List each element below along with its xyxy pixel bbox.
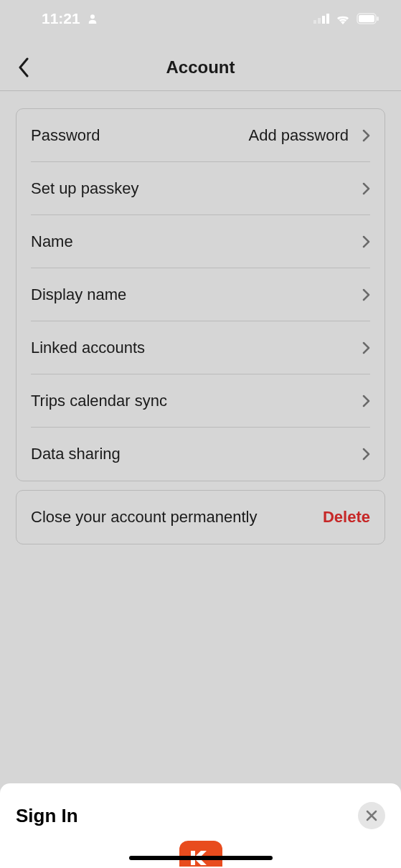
settings-row-name[interactable]: Name [16,215,385,268]
status-left: 11:21 [42,10,99,27]
sheet-header: Sign In [16,802,385,829]
row-label: Set up passkey [31,179,362,198]
svg-rect-6 [359,15,374,22]
row-label: Name [31,232,362,251]
row-label: Password [31,126,249,145]
settings-row-linked-accounts[interactable]: Linked accounts [16,321,385,374]
row-label: Display name [31,286,362,304]
svg-rect-7 [377,16,379,21]
svg-rect-2 [318,18,321,24]
delete-account-row[interactable]: Close your account permanently Delete [16,491,385,544]
chevron-right-icon [362,235,370,249]
settings-row-password[interactable]: Password Add password [16,109,385,162]
sheet-title: Sign In [16,805,78,827]
chevron-right-icon [362,341,370,355]
delete-action[interactable]: Delete [323,508,370,527]
row-label: Linked accounts [31,339,362,357]
chevron-right-icon [362,128,370,143]
svg-rect-3 [322,16,325,24]
delete-label: Close your account permanently [31,508,323,527]
signal-icon [313,14,329,24]
row-label: Data sharing [31,445,362,463]
chevron-left-icon [18,57,29,77]
close-button[interactable] [358,802,385,829]
settings-row-data-sharing[interactable]: Data sharing [16,428,385,481]
row-label: Trips calendar sync [31,392,362,410]
app-icon [179,841,222,867]
svg-rect-4 [326,14,329,24]
wifi-icon [335,13,351,24]
nav-header: Account [0,36,401,91]
delete-section: Close your account permanently Delete [16,490,385,544]
chevron-right-icon [362,181,370,196]
person-icon [86,12,99,25]
page-title: Account [14,57,387,77]
back-button[interactable] [13,57,34,78]
settings-list: Password Add password Set up passkey Nam… [16,108,385,481]
chevron-right-icon [362,288,370,302]
settings-row-trips-calendar[interactable]: Trips calendar sync [16,374,385,428]
svg-point-0 [90,14,95,19]
status-right [313,13,379,24]
chevron-right-icon [362,447,370,461]
home-indicator[interactable] [129,856,273,860]
status-bar: 11:21 [0,0,401,36]
battery-icon [357,13,379,24]
svg-rect-1 [313,20,316,24]
settings-row-display-name[interactable]: Display name [16,268,385,321]
status-time: 11:21 [42,10,80,27]
close-icon [366,810,377,821]
settings-row-passkey[interactable]: Set up passkey [16,162,385,215]
row-value: Add password [249,126,349,145]
chevron-right-icon [362,394,370,408]
